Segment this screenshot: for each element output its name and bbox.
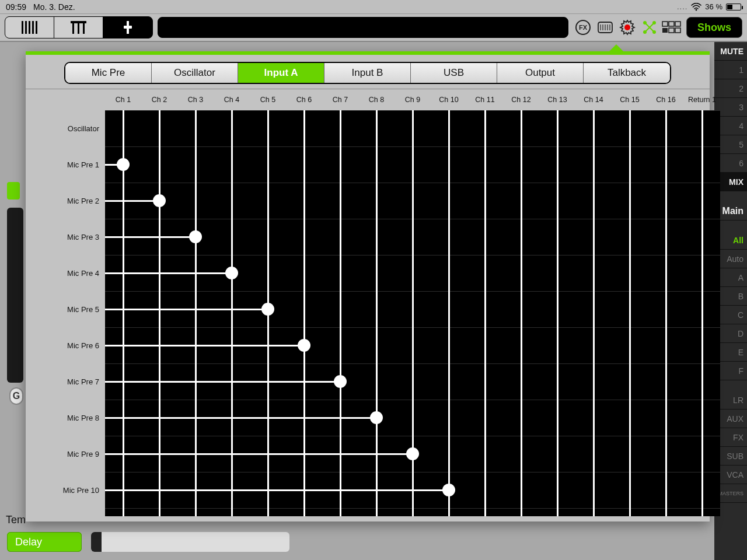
channel-line — [123, 110, 124, 516]
col-header: Ch 2 — [141, 96, 177, 104]
col-header: Ch 12 — [503, 96, 539, 104]
bg-bottom-label: Tem — [6, 514, 26, 526]
row-label: Mic Pre 9 — [26, 436, 104, 472]
row-label: Mic Pre 5 — [26, 291, 104, 327]
patch-node[interactable] — [117, 158, 130, 171]
svg-rect-18 — [675, 28, 680, 33]
row-label: Mic Pre 10 — [26, 472, 104, 508]
channel-line — [376, 110, 378, 516]
col-header: Ch 16 — [648, 96, 684, 104]
mute-group-1[interactable]: 1 — [714, 61, 747, 79]
patch-node[interactable] — [261, 303, 274, 316]
mute-header: MUTE — [714, 42, 747, 61]
gear-icon[interactable] — [617, 18, 637, 37]
channel-line — [303, 110, 305, 516]
patch-grid[interactable] — [105, 110, 720, 516]
patch-node[interactable] — [298, 339, 310, 352]
channel-line — [665, 110, 667, 516]
row-label: Mic Pre 3 — [26, 219, 104, 255]
channel-line — [484, 110, 486, 516]
single-fader-icon — [127, 21, 129, 34]
col-header: Ch 1 — [105, 96, 141, 104]
row-labels: OscillatorMic Pre 1Mic Pre 2Mic Pre 3Mic… — [26, 110, 104, 508]
routing-modal: Mic PreOscillatorInput AInput BUSBOutput… — [26, 51, 710, 522]
patch-node[interactable] — [225, 267, 238, 279]
svg-point-8 — [624, 24, 630, 30]
status-time: 09:59 — [6, 2, 26, 12]
shows-label: Shows — [697, 22, 731, 34]
svg-rect-15 — [675, 22, 680, 26]
col-header: Ch 8 — [358, 96, 395, 104]
channel-line — [521, 110, 522, 516]
col-header: Ch 11 — [467, 96, 503, 104]
patch-matrix-wrap: Ch 1Ch 2Ch 3Ch 4Ch 5Ch 6Ch 7Ch 8Ch 9Ch 1… — [26, 89, 710, 516]
channel-line — [195, 110, 197, 516]
view-mode-meters[interactable] — [5, 17, 54, 38]
view-mode-single[interactable] — [103, 17, 152, 38]
tab-talkback[interactable]: Talkback — [584, 63, 670, 83]
delay-slider[interactable] — [91, 532, 289, 552]
col-header: Ch 13 — [539, 96, 575, 104]
delay-button[interactable]: Delay — [7, 532, 82, 552]
svg-point-0 — [696, 9, 697, 10]
bg-green-button[interactable] — [7, 182, 20, 200]
tab-oscillator[interactable]: Oscillator — [152, 63, 238, 83]
channel-line — [593, 110, 595, 516]
shows-button[interactable]: Shows — [686, 17, 742, 38]
cell-signal-dots-icon: .... — [677, 2, 687, 11]
row-label: Mic Pre 7 — [26, 363, 104, 400]
patch-node[interactable] — [442, 484, 455, 496]
row-label: Mic Pre 2 — [26, 183, 104, 219]
channel-line — [701, 110, 703, 516]
svg-rect-14 — [669, 22, 674, 26]
fx-icon[interactable]: FX — [573, 18, 593, 37]
bg-knob[interactable]: G — [9, 387, 23, 405]
patch-node[interactable] — [370, 411, 383, 424]
patch-node[interactable] — [153, 194, 166, 207]
row-label: Mic Pre 1 — [26, 146, 104, 183]
delay-label: Delay — [15, 536, 42, 548]
faders-icon — [72, 21, 85, 34]
tab-usb[interactable]: USB — [411, 63, 497, 83]
row-label: Oscillator — [26, 110, 104, 146]
channel-line — [159, 110, 160, 516]
col-header: Ch 5 — [250, 96, 286, 104]
status-date: Mo. 3. Dez. — [33, 2, 75, 12]
column-headers: Ch 1Ch 2Ch 3Ch 4Ch 5Ch 6Ch 7Ch 8Ch 9Ch 1… — [105, 89, 710, 110]
tab-mic-pre[interactable]: Mic Pre — [65, 63, 152, 83]
tab-input-b[interactable]: Input B — [324, 63, 411, 83]
view-mode-faders[interactable] — [54, 17, 103, 38]
main-toolbar: FX Shows — [0, 14, 747, 42]
patch-node[interactable] — [189, 230, 202, 243]
status-bar: 09:59 Mo. 3. Dez. .... 36 % — [0, 0, 747, 14]
channel-line — [448, 110, 450, 516]
routing-icon[interactable] — [640, 18, 659, 37]
col-header: Ch 4 — [214, 96, 250, 104]
channel-line — [340, 110, 341, 516]
tab-input-a[interactable]: Input A — [238, 63, 324, 83]
svg-rect-13 — [662, 22, 668, 26]
bg-dark-panel — [7, 208, 23, 383]
channel-line — [629, 110, 631, 516]
row-label: Mic Pre 8 — [26, 400, 104, 436]
meters-icon — [22, 21, 37, 34]
patch-node[interactable] — [406, 447, 419, 460]
patch-node[interactable] — [334, 375, 347, 388]
col-header: Ch 3 — [177, 96, 214, 104]
svg-rect-17 — [669, 28, 674, 33]
view-mode-toggle — [5, 16, 153, 38]
routing-tab-bar: Mic PreOscillatorInput AInput BUSBOutput… — [64, 62, 671, 84]
row-label: Mic Pre 6 — [26, 327, 104, 363]
svg-rect-16 — [662, 28, 668, 33]
battery-icon — [726, 4, 741, 10]
tab-output[interactable]: Output — [497, 63, 584, 83]
col-header: Ch 15 — [612, 96, 648, 104]
svg-text:FX: FX — [579, 24, 588, 31]
col-header: Ch 7 — [322, 96, 358, 104]
meters-grid-icon[interactable] — [662, 18, 682, 37]
modal-pointer-icon — [608, 44, 624, 52]
channel-line — [231, 110, 233, 516]
channel-name-display[interactable] — [158, 17, 568, 38]
delay-slider-fill — [91, 532, 102, 552]
keyboard-icon[interactable] — [595, 18, 615, 37]
